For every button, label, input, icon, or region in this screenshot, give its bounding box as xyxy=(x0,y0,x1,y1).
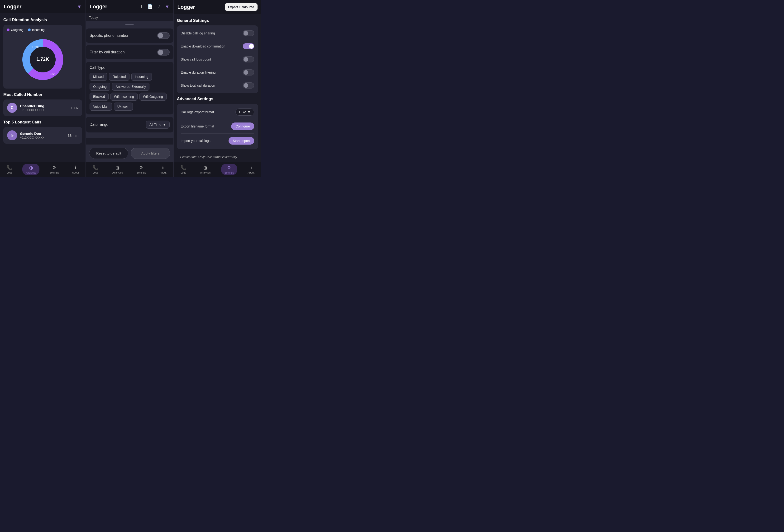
right-content: General Settings Disable call log sharin… xyxy=(174,14,261,162)
specific-phone-toggle[interactable] xyxy=(157,32,170,39)
apply-button[interactable]: Apply filters xyxy=(131,148,170,159)
chip-outgoing[interactable]: Outgoing xyxy=(89,83,110,91)
m-analytics-label: Analytics xyxy=(112,171,123,174)
m-settings-label: Settings xyxy=(136,171,146,174)
date-range-row: Date range All Time ▼ xyxy=(86,117,173,132)
chip-unknown[interactable]: Uknown xyxy=(114,102,133,111)
specific-phone-row: Specific phone number xyxy=(86,28,173,43)
export-format-dropdown[interactable]: CSV ▼ xyxy=(235,109,254,116)
left-app-title: Logger xyxy=(4,4,22,10)
top-call-avatar: G xyxy=(7,130,17,140)
right-header: Logger Export Fields Info xyxy=(174,0,261,14)
middle-nav-logs[interactable]: 📞 Logs xyxy=(89,164,102,175)
date-range-value: All Time xyxy=(149,123,161,126)
call-duration-label: Filter by call duration xyxy=(89,50,125,54)
left-nav-settings[interactable]: ⚙ Settings xyxy=(46,164,62,175)
show-count-toggle[interactable] xyxy=(243,56,254,62)
top-call-number: +919XXXX XXXXX xyxy=(20,136,65,139)
export-format-row: Call logs export format CSV ▼ xyxy=(181,105,254,119)
settings-icon: ⚙ xyxy=(52,165,56,171)
left-header: Logger ▼ xyxy=(0,0,86,13)
middle-nav-settings[interactable]: ⚙ Settings xyxy=(133,164,149,175)
setting-total-duration: Show total call duration xyxy=(181,79,254,92)
call-type-title: Call Type xyxy=(89,65,170,70)
file-icon[interactable]: 📄 xyxy=(147,4,153,9)
middle-app-title: Logger xyxy=(89,4,107,10)
top-call-item: G Generic Doe +919XXXX XXXXX 38 min xyxy=(3,127,82,144)
most-called-title: Most Called Number xyxy=(3,92,82,97)
middle-nav-about[interactable]: ℹ About xyxy=(156,164,170,175)
date-label: Today xyxy=(86,13,173,21)
chip-missed[interactable]: Missed xyxy=(89,72,107,81)
incoming-chart-label: 632 xyxy=(50,72,55,76)
r-logs-label: Logs xyxy=(180,171,186,174)
left-panel: Logger ▼ Call Direction Analysis Outgoin… xyxy=(0,0,86,177)
export-format-label: Call logs export format xyxy=(181,110,214,114)
middle-header: Logger ⬇ 📄 ↗ ▼ xyxy=(86,0,173,13)
r-about-label: About xyxy=(248,171,254,174)
total-duration-toggle[interactable] xyxy=(243,82,254,89)
configure-button[interactable]: Configure xyxy=(231,122,254,130)
setting-download-confirm: Enable download confirmation xyxy=(181,40,254,53)
legend-incoming: Incoming xyxy=(28,28,45,32)
call-duration-row: Filter by call duration xyxy=(86,45,173,59)
left-nav-about[interactable]: ℹ About xyxy=(69,164,82,175)
action-bar: Reset to default Apply filters xyxy=(86,145,173,162)
middle-panel: Logger ⬇ 📄 ↗ ▼ Today Specific phone numb… xyxy=(86,0,174,177)
call-duration-toggle[interactable] xyxy=(157,49,170,56)
left-bottom-nav: 📞 Logs ◑ Analytics ⚙ Settings ℹ About xyxy=(0,162,86,177)
start-import-button[interactable]: Start import xyxy=(228,137,254,145)
right-bottom-nav: 📞 Logs ◑ Analytics ⚙ Settings ℹ About xyxy=(174,162,261,177)
call-direction-chart-card: Outgoing Incoming 1.72K 1.09K xyxy=(3,25,82,89)
donut-chart-svg: 1.72K 1.09K 632 xyxy=(19,36,66,83)
date-range-dropdown[interactable]: All Time ▼ xyxy=(146,121,170,129)
middle-header-icons: ⬇ 📄 ↗ ▼ xyxy=(140,4,170,9)
left-nav-analytics[interactable]: ◑ Analytics xyxy=(22,164,39,175)
analytics-icon: ◑ xyxy=(29,165,33,171)
export-fields-button[interactable]: Export Fields Info xyxy=(225,3,257,11)
m-about-label: About xyxy=(160,171,167,174)
download-confirm-toggle[interactable] xyxy=(243,43,254,49)
r-settings-label: Settings xyxy=(225,171,234,174)
share-icon[interactable]: ↗ xyxy=(157,4,161,9)
export-filename-label: Export filename format xyxy=(181,124,214,128)
most-called-number: +919XXXX XXXXX xyxy=(20,109,68,112)
incoming-dot xyxy=(28,28,31,31)
m-about-icon: ℹ xyxy=(162,165,164,171)
most-called-name: Chandler Bing xyxy=(20,104,68,108)
outgoing-chart-label: 1.09K xyxy=(31,46,39,49)
right-nav-about[interactable]: ℹ About xyxy=(244,164,258,175)
r-logs-icon: 📞 xyxy=(180,165,187,171)
middle-filter-icon[interactable]: ▼ xyxy=(165,4,170,9)
duration-filtering-toggle[interactable] xyxy=(243,69,254,76)
most-called-count: 100x xyxy=(71,106,78,110)
r-analytics-icon: ◑ xyxy=(203,165,207,171)
chip-blocked[interactable]: Blocked xyxy=(89,93,109,101)
top-call-info: Generic Doe +919XXXX XXXXX xyxy=(20,131,65,139)
right-nav-settings[interactable]: ⚙ Settings xyxy=(221,164,237,175)
left-nav-logs[interactable]: 📞 Logs xyxy=(3,164,16,175)
about-icon: ℹ xyxy=(75,165,77,171)
right-nav-logs[interactable]: 📞 Logs xyxy=(177,164,190,175)
download-icon[interactable]: ⬇ xyxy=(140,4,143,9)
chip-answered-externally[interactable]: Answered Externally xyxy=(112,83,150,91)
filter-icon[interactable]: ▼ xyxy=(77,4,82,9)
chip-wifi-outgoing[interactable]: Wifi Outgoing xyxy=(139,93,167,101)
right-nav-analytics[interactable]: ◑ Analytics xyxy=(197,164,214,175)
incoming-label: Incoming xyxy=(32,28,45,32)
r-settings-icon: ⚙ xyxy=(227,165,231,171)
chart-legend: Outgoing Incoming xyxy=(7,28,79,32)
middle-nav-analytics[interactable]: ◑ Analytics xyxy=(109,164,126,175)
setting-duration-filtering: Enable duration filtering xyxy=(181,66,254,79)
chip-incoming[interactable]: Incoming xyxy=(131,72,152,81)
show-count-label: Show call logs count xyxy=(181,57,211,61)
chip-voice-mail[interactable]: Voice Mail xyxy=(89,102,112,111)
disable-sharing-toggle[interactable] xyxy=(243,30,254,36)
import-row: Import your call logs Start import xyxy=(181,134,254,148)
left-content: Call Direction Analysis Outgoing Incomin… xyxy=(0,13,86,162)
reset-button[interactable]: Reset to default xyxy=(89,148,128,159)
chip-wifi-incoming[interactable]: Wifi Incoming xyxy=(110,93,138,101)
m-settings-icon: ⚙ xyxy=(139,165,143,171)
download-confirm-label: Enable download confirmation xyxy=(181,45,225,48)
chip-rejected[interactable]: Rejected xyxy=(109,72,129,81)
